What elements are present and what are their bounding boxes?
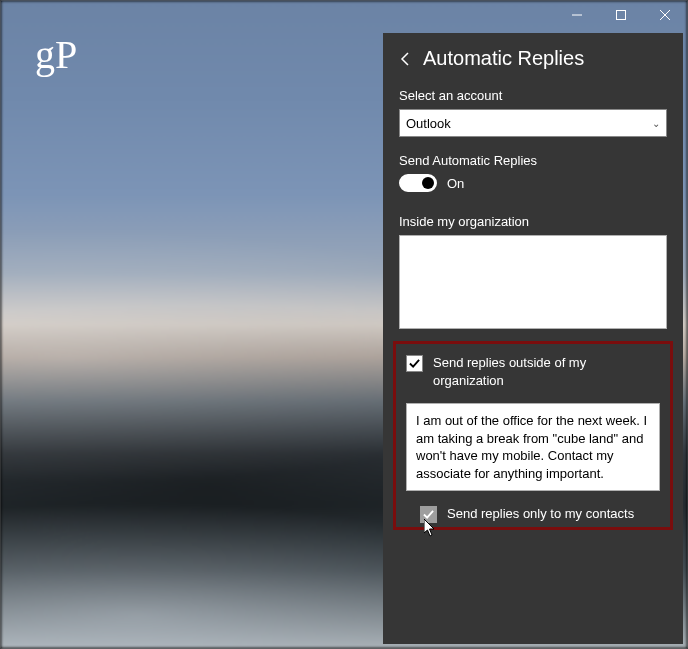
contacts-only-checkbox[interactable] [420, 506, 437, 523]
contacts-only-label: Send replies only to my contacts [447, 505, 634, 523]
svg-rect-1 [617, 11, 626, 20]
account-label: Select an account [399, 88, 667, 103]
chevron-down-icon: ⌄ [652, 118, 660, 129]
checkmark-icon [409, 358, 420, 369]
minimize-icon [572, 10, 582, 20]
close-icon [660, 10, 670, 20]
window-titlebar [555, 1, 687, 33]
inside-org-textarea[interactable] [399, 235, 667, 329]
settings-panel: Automatic Replies Select an account Outl… [383, 33, 683, 644]
toggle-state: On [447, 176, 464, 191]
outside-org-checkbox[interactable] [406, 355, 423, 372]
panel-title: Automatic Replies [423, 47, 584, 70]
outside-org-message[interactable]: I am out of the office for the next week… [406, 403, 660, 491]
toggle-label: Send Automatic Replies [399, 153, 667, 168]
checkmark-icon [423, 509, 434, 520]
watermark-logo: gP [35, 31, 77, 78]
outside-org-checkbox-row: Send replies outside of my organization [406, 354, 660, 389]
back-button[interactable] [399, 52, 413, 66]
maximize-icon [616, 10, 626, 20]
minimize-button[interactable] [555, 1, 599, 29]
maximize-button[interactable] [599, 1, 643, 29]
account-select[interactable]: Outlook ⌄ [399, 109, 667, 137]
inside-org-label: Inside my organization [399, 214, 667, 229]
panel-header: Automatic Replies [399, 47, 667, 70]
toggle-knob [422, 177, 434, 189]
toggle-row: On [399, 174, 667, 192]
outside-org-checkbox-label: Send replies outside of my organization [433, 354, 660, 389]
app-window: gP Automatic Replies Select an account O… [0, 0, 688, 649]
close-button[interactable] [643, 1, 687, 29]
auto-reply-toggle[interactable] [399, 174, 437, 192]
back-icon [400, 52, 412, 66]
contacts-only-row: Send replies only to my contacts [406, 505, 660, 523]
outside-org-highlight: Send replies outside of my organization … [393, 341, 673, 530]
account-value: Outlook [406, 116, 451, 131]
